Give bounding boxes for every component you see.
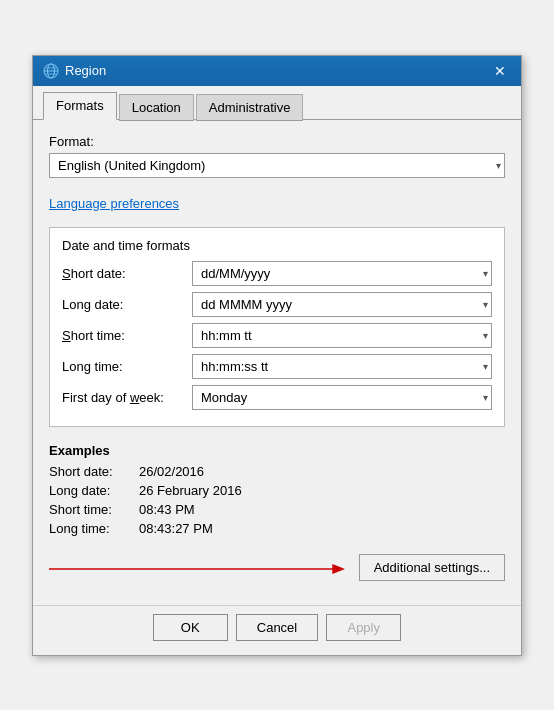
close-button[interactable]: ✕: [489, 60, 511, 82]
long-date-row: Long date: dd MMMM yyyy ▾: [62, 292, 492, 317]
apply-button[interactable]: Apply: [326, 614, 401, 641]
title-bar: Region ✕: [33, 56, 521, 86]
example-short-date-value: 26/02/2016: [139, 464, 204, 479]
example-short-time-value: 08:43 PM: [139, 502, 195, 517]
short-time-label-underline: S: [62, 328, 71, 343]
examples-box: Examples Short date: 26/02/2016 Long dat…: [49, 435, 505, 548]
additional-settings-section: Additional settings...: [49, 548, 505, 591]
example-short-date-label: Short date:: [49, 464, 139, 479]
first-day-select[interactable]: Monday: [192, 385, 492, 410]
datetime-formats-title: Date and time formats: [62, 238, 492, 253]
long-time-select-wrapper: hh:mm:ss tt ▾: [192, 354, 492, 379]
first-day-label: First day of week:: [62, 390, 192, 405]
ok-button[interactable]: OK: [153, 614, 228, 641]
tab-bar: Formats Location Administrative: [33, 86, 521, 120]
example-short-time: Short time: 08:43 PM: [49, 502, 505, 517]
tab-administrative[interactable]: Administrative: [196, 94, 304, 121]
cancel-button[interactable]: Cancel: [236, 614, 318, 641]
long-date-label: Long date:: [62, 297, 192, 312]
short-time-select[interactable]: hh:mm tt: [192, 323, 492, 348]
language-preferences-link[interactable]: Language preferences: [49, 196, 179, 211]
example-short-date: Short date: 26/02/2016: [49, 464, 505, 479]
short-date-row: Short date: dd/MM/yyyy ▾: [62, 261, 492, 286]
long-date-select[interactable]: dd MMMM yyyy: [192, 292, 492, 317]
tab-location[interactable]: Location: [119, 94, 194, 121]
format-select[interactable]: English (United Kingdom): [49, 153, 505, 178]
short-time-row: Short time: hh:mm tt ▾: [62, 323, 492, 348]
short-date-label-underline: S: [62, 266, 71, 281]
long-time-select[interactable]: hh:mm:ss tt: [192, 354, 492, 379]
arrow-graphic: [49, 557, 345, 581]
format-select-wrapper: English (United Kingdom) ▾: [49, 153, 505, 178]
example-long-time-label: Long time:: [49, 521, 139, 536]
examples-title: Examples: [49, 443, 505, 458]
example-long-date: Long date: 26 February 2016: [49, 483, 505, 498]
example-long-time: Long time: 08:43:27 PM: [49, 521, 505, 536]
short-date-select-wrapper: dd/MM/yyyy ▾: [192, 261, 492, 286]
example-short-time-label: Short time:: [49, 502, 139, 517]
long-time-label: Long time:: [62, 359, 192, 374]
tab-formats[interactable]: Formats: [43, 92, 117, 120]
format-label: Format:: [49, 134, 505, 149]
additional-settings-button[interactable]: Additional settings...: [359, 554, 505, 581]
dialog-buttons: OK Cancel Apply: [33, 605, 521, 655]
first-day-row: First day of week: Monday ▾: [62, 385, 492, 410]
datetime-formats-box: Date and time formats Short date: dd/MM/…: [49, 227, 505, 427]
example-long-date-value: 26 February 2016: [139, 483, 242, 498]
short-time-select-wrapper: hh:mm tt ▾: [192, 323, 492, 348]
long-time-row: Long time: hh:mm:ss tt ▾: [62, 354, 492, 379]
svg-marker-7: [332, 564, 345, 574]
example-long-time-value: 08:43:27 PM: [139, 521, 213, 536]
title-bar-left: Region: [43, 63, 106, 79]
long-date-select-wrapper: dd MMMM yyyy ▾: [192, 292, 492, 317]
short-date-label: Short date:: [62, 266, 192, 281]
dialog-title: Region: [65, 63, 106, 78]
short-date-select[interactable]: dd/MM/yyyy: [192, 261, 492, 286]
short-time-label: Short time:: [62, 328, 192, 343]
first-day-select-wrapper: Monday ▾: [192, 385, 492, 410]
globe-icon: [43, 63, 59, 79]
example-long-date-label: Long date:: [49, 483, 139, 498]
dialog-content: Format: English (United Kingdom) ▾ Langu…: [33, 120, 521, 605]
region-dialog: Region ✕ Formats Location Administrative…: [32, 55, 522, 656]
format-section: Format: English (United Kingdom) ▾: [49, 134, 505, 178]
